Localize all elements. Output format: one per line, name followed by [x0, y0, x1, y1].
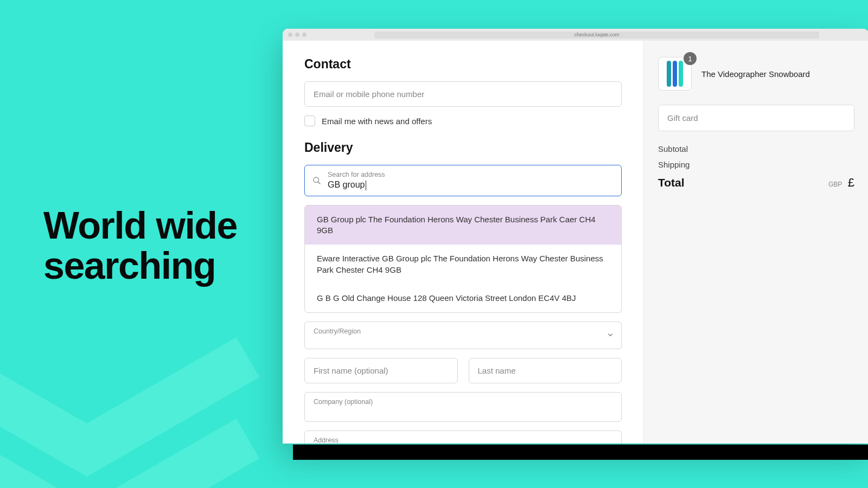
- svg-line-1: [318, 182, 320, 184]
- news-checkbox[interactable]: [304, 115, 315, 126]
- text-caret: [366, 181, 366, 190]
- currency-code: GBP: [828, 181, 842, 188]
- search-label: Search for address: [328, 171, 614, 178]
- browser-window: checkout.loqate.com Contact Email or mob…: [283, 29, 868, 444]
- gift-card-input[interactable]: Gift card: [658, 105, 854, 131]
- last-name-placeholder: Last name: [478, 366, 516, 375]
- traffic-light-close-icon[interactable]: [288, 33, 292, 37]
- order-summary: 1 The Videographer Snowboard Gift card S…: [644, 41, 868, 444]
- suggestion-text: Eware Interactive GB Group plc The Found…: [317, 254, 603, 274]
- currency-symbol: £: [848, 176, 854, 189]
- first-name-placeholder: First name (optional): [314, 366, 388, 375]
- checkout-content: Contact Email or mobile phone number Ema…: [283, 41, 868, 444]
- total-label: Total: [658, 176, 685, 189]
- hero-line-1: World wide: [43, 206, 237, 246]
- snowboard-icon: [667, 61, 683, 87]
- url-text: checkout.loqate.com: [575, 32, 620, 37]
- company-placeholder: Company (optional): [314, 398, 612, 406]
- shipping-row: Shipping: [658, 160, 854, 169]
- delivery-heading: Delivery: [304, 140, 622, 155]
- checkout-main: Contact Email or mobile phone number Ema…: [283, 41, 644, 444]
- suggestion-text: G B G Old Change House 128 Queen Victori…: [317, 293, 576, 303]
- shipping-label: Shipping: [658, 160, 690, 169]
- total-row: Total GBP £: [658, 176, 854, 190]
- company-field[interactable]: Company (optional): [304, 392, 622, 422]
- qty-badge: 1: [684, 52, 697, 65]
- address-placeholder: Address: [314, 436, 612, 444]
- traffic-light-min-icon[interactable]: [295, 33, 299, 37]
- suggestion-item[interactable]: Eware Interactive GB Group plc The Found…: [305, 245, 621, 284]
- first-name-field[interactable]: First name (optional): [304, 358, 458, 383]
- news-opt-in[interactable]: Email me with news and offers: [304, 115, 622, 126]
- product-name: The Videographer Snowboard: [701, 69, 810, 79]
- address-search-input[interactable]: Search for address GB group: [304, 165, 622, 196]
- search-value: GB group: [328, 180, 365, 189]
- last-name-field[interactable]: Last name: [469, 358, 622, 383]
- titlebar: checkout.loqate.com: [283, 29, 868, 41]
- email-placeholder: Email or mobile phone number: [314, 89, 424, 99]
- news-label: Email me with news and offers: [322, 117, 432, 126]
- suggestion-text: GB Group plc The Foundation Herons Way C…: [317, 215, 596, 235]
- url-bar[interactable]: checkout.loqate.com: [374, 31, 819, 38]
- hero-line-2: searching: [43, 246, 237, 286]
- traffic-light-max-icon[interactable]: [302, 33, 307, 37]
- country-label: Country/Region: [314, 328, 612, 335]
- search-icon: [312, 176, 321, 185]
- contact-heading: Contact: [304, 57, 622, 72]
- email-field[interactable]: Email or mobile phone number: [304, 81, 622, 107]
- address-suggestions-dropdown: GB Group plc The Foundation Herons Way C…: [304, 205, 622, 313]
- subtotal-label: Subtotal: [658, 144, 688, 153]
- cart-line-item: 1 The Videographer Snowboard: [658, 57, 854, 91]
- product-thumbnail: 1: [658, 57, 692, 91]
- country-select[interactable]: Country/Region: [304, 322, 622, 349]
- subtotal-row: Subtotal: [658, 144, 854, 153]
- suggestion-item[interactable]: G B G Old Change House 128 Queen Victori…: [305, 284, 621, 312]
- chevron-down-icon: [607, 331, 614, 338]
- address-field[interactable]: Address: [304, 431, 622, 444]
- browser-shadow: [293, 445, 868, 460]
- gift-placeholder: Gift card: [667, 113, 698, 123]
- suggestion-item[interactable]: GB Group plc The Foundation Herons Way C…: [305, 206, 621, 245]
- hero-heading: World wide searching: [43, 206, 237, 286]
